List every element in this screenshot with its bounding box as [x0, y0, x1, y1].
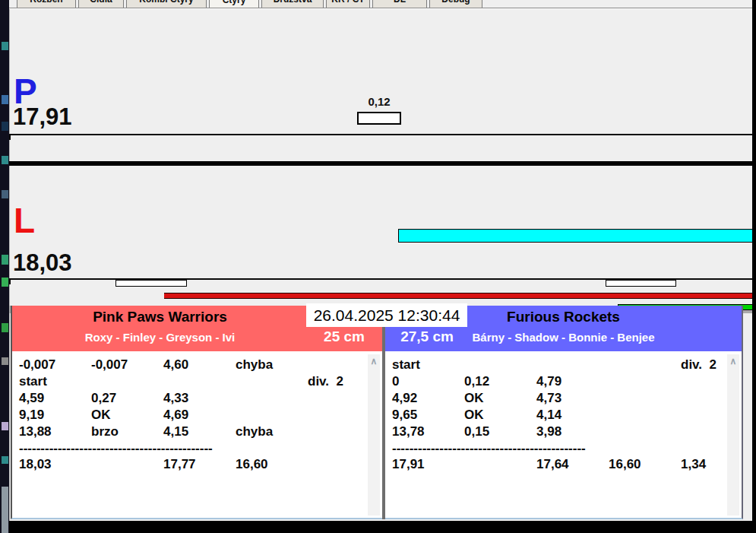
table-total-cell: 17,91 [392, 456, 464, 473]
table-cell: 4,59 [19, 390, 91, 407]
table-cell [163, 373, 236, 390]
table-cell: chyba [236, 357, 308, 373]
table-cell: OK [464, 407, 536, 424]
table-total-cell [91, 456, 163, 473]
table-row: startdiv. 2 [19, 373, 382, 390]
lane-p-marker-value: 0,12 [357, 95, 401, 108]
table-totals-row: 17,9117,6416,601,34 [392, 456, 742, 473]
table-row: 13,780,153,98 [392, 424, 742, 440]
table-cell: -0,007 [19, 357, 91, 373]
sensor-box [115, 280, 187, 287]
table-cell: 4,14 [536, 407, 609, 424]
table-cell: 0,12 [464, 373, 536, 390]
table-cell: div. 2 [681, 357, 716, 373]
desktop-icon-fragment [2, 42, 8, 50]
table-row: 4,590,274,33 [19, 390, 382, 407]
team-right-height: 27,5 cm [385, 328, 469, 350]
desktop-edge [0, 0, 9, 533]
table-total-cell: 18,03 [19, 456, 91, 473]
table-total-cell [464, 456, 536, 473]
table-cell [609, 407, 681, 424]
table-cell: 3,98 [536, 424, 609, 440]
table-cell: 4,73 [536, 390, 609, 407]
table-cell: 9,65 [392, 407, 464, 424]
cyan-time-bar [398, 229, 752, 243]
team-left-dogs: Roxy - Finley - Greyson - Ivi [12, 331, 308, 344]
table-totals-row: 18,0317,7716,60 [19, 456, 382, 473]
lane-l-letter: L [14, 203, 35, 238]
tab-dl[interactable]: DL [372, 0, 427, 8]
table-cell: 4,15 [163, 424, 236, 440]
table-cell: chyba [236, 424, 308, 440]
desktop-icon-fragment [2, 190, 8, 198]
app-window: Rozběh Čidla Kombi Čtyřy Čtyřy Družstva … [9, 0, 752, 521]
desktop-icon-fragment [2, 422, 8, 430]
table-cell: 13,88 [19, 424, 91, 440]
table-cell [609, 390, 681, 407]
table-cell: 0,15 [464, 424, 536, 440]
table-cell: -0,007 [91, 357, 163, 373]
lane-l-time: 18,03 [13, 251, 72, 274]
table-cell [536, 357, 609, 373]
table-cell [464, 357, 536, 373]
datetime-display: 26.04.2025 12:30:44 [306, 303, 467, 327]
table-cell: 4,79 [536, 373, 609, 390]
table-total-cell: 16,60 [609, 456, 681, 473]
table-cell: 4,60 [163, 357, 236, 373]
table-cell: start [19, 373, 91, 390]
table-total-cell: 16,60 [236, 456, 308, 473]
tab-debug[interactable]: Debug [429, 0, 482, 8]
team-left-scrollbar[interactable]: ∧ [368, 354, 380, 516]
team-left-height: 25 cm [306, 328, 382, 350]
table-cell: 0,27 [91, 390, 163, 407]
table-row: -0,007-0,0074,60chyba [19, 357, 382, 373]
table-cell: start [392, 357, 464, 373]
table-dashed-divider: ----------------------------------------… [19, 440, 236, 456]
scroll-up-icon[interactable]: ∧ [368, 356, 380, 366]
desktop-icon-fragment [2, 278, 8, 287]
tab-kr-ct[interactable]: KR / ČT [326, 0, 370, 8]
desktop-icon-fragment [2, 357, 8, 365]
line-tick [9, 134, 11, 140]
table-cell: 9,19 [19, 407, 91, 424]
team-left-name: Pink Paws Warriors [12, 309, 308, 325]
table-row: 9,19OK4,69 [19, 407, 382, 424]
tab-druzstva[interactable]: Družstva [261, 0, 324, 8]
table-cell: 13,78 [392, 424, 464, 440]
tab-kombi-ctyry[interactable]: Kombi Čtyřy [126, 0, 207, 8]
desktop-icon-fragment [2, 255, 8, 265]
desktop-icon-fragment [2, 95, 8, 104]
table-row: startdiv. 2 [392, 357, 742, 373]
sensor-box [606, 280, 676, 287]
team-right-scrollbar[interactable]: ∧ [727, 354, 739, 516]
tab-cidla[interactable]: Čidla [78, 0, 124, 8]
table-row: 4,92OK4,73 [392, 390, 742, 407]
table-cell: 4,69 [163, 407, 236, 424]
tab-rozbeh[interactable]: Rozběh [17, 0, 76, 8]
lane-divider-line [9, 134, 752, 135]
table-cell [236, 407, 308, 424]
section-separator [9, 161, 752, 166]
scroll-up-icon[interactable]: ∧ [727, 356, 739, 366]
table-cell [91, 373, 163, 390]
table-cell: 4,33 [163, 390, 236, 407]
desktop-icon-fragment [2, 456, 8, 464]
table-cell [609, 373, 681, 390]
lane-p-marker-box [357, 112, 401, 125]
tab-bar: Rozběh Čidla Kombi Čtyřy Čtyřy Družstva … [9, 0, 752, 8]
lane-p-time: 17,91 [13, 105, 72, 128]
table-row: 9,65OK4,14 [392, 407, 742, 424]
table-row: 13,88brzo4,15chyba [19, 424, 382, 440]
table-cell [609, 424, 681, 440]
table-cell [609, 357, 681, 373]
desktop-icon-fragment [2, 323, 8, 332]
table-cell [236, 390, 308, 407]
table-cell: OK [464, 390, 536, 407]
table-total-cell: 17,77 [163, 456, 236, 473]
line-tick [9, 278, 11, 284]
desktop-icon-fragment [2, 487, 8, 533]
desktop-icon-fragment [2, 156, 8, 164]
table-cell: div. 2 [308, 373, 343, 390]
table-cell [236, 373, 308, 390]
tab-ctyry[interactable]: Čtyřy [209, 0, 259, 8]
